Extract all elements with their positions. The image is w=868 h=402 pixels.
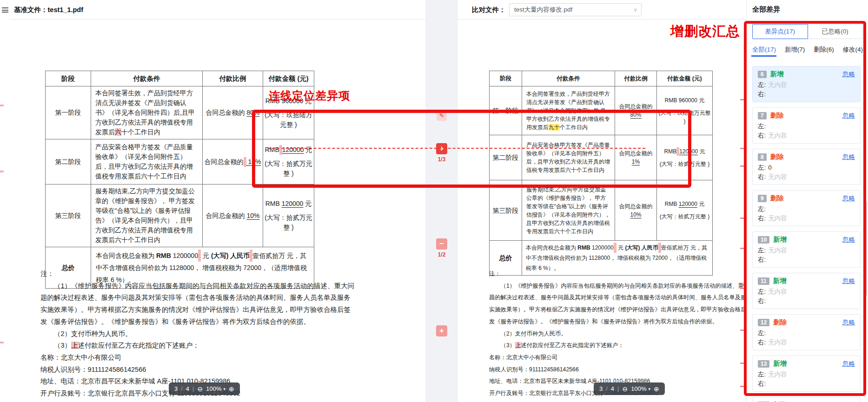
diff-type-label: 新增 xyxy=(773,277,787,285)
add-diff-icon[interactable]: + xyxy=(436,143,447,154)
filter-all[interactable]: 全部(17) xyxy=(752,46,776,54)
deleted-char-highlight: 六 xyxy=(115,128,121,136)
zoom-out-icon[interactable]: ⊖ xyxy=(622,385,628,393)
diff-type-label: 新增 xyxy=(773,235,787,244)
diff-card-line: 左: xyxy=(758,204,855,214)
zoom-level[interactable]: 100% xyxy=(206,385,221,392)
ratio-2-right: 合同总金额的 1% xyxy=(615,135,657,180)
filter-added[interactable]: 新增(7) xyxy=(785,46,805,54)
diff-card[interactable]: 7删除忽略左:右:无内容 xyxy=(752,107,861,144)
sidebar-scrollbar[interactable] xyxy=(864,201,867,296)
col-condition: 付款条件 xyxy=(91,71,203,86)
diff-filters: 全部(17) 新增(7) 删除(6) 修改(4) xyxy=(752,46,863,54)
add-diff-counter: 1/3 xyxy=(425,156,458,163)
diff-type-label: 新增 xyxy=(770,70,784,79)
annotation-connector-label: 连线定位差异项 xyxy=(269,88,350,103)
diff-card-line: 右:无内容 xyxy=(758,131,855,140)
note-3-right: （3）上述付款应付至乙方在此指定的下述账户： xyxy=(489,340,746,352)
diff-card-line: 右: xyxy=(758,297,855,306)
diff-card-line: 右:无内容 xyxy=(758,338,855,347)
filter-deleted[interactable]: 删除(6) xyxy=(814,46,834,54)
sidebar-title: 全部差异 xyxy=(752,5,780,14)
note-3: （3）上述付款应付至乙方在此指定的下述账户： xyxy=(40,340,357,352)
stage-1: 第一阶段 xyxy=(46,86,91,139)
compare-file-select[interactable]: test大量内容修改.pdf ∨ xyxy=(509,3,642,16)
ignore-link[interactable]: 忽略 xyxy=(842,70,855,79)
diff-marker-tick xyxy=(740,288,746,289)
compare-document-pane: 比对文件： test大量内容修改.pdf ∨ 阶段 付款条件 付款比例 付款金额… xyxy=(458,0,746,402)
condition-3-right: 服务期结束,乙方向甲方提交加盖公章的《维护服务报告》， 甲方签发等级在“合格”以… xyxy=(522,180,615,241)
diff-card[interactable]: 6新增忽略左:无内容右: xyxy=(752,66,861,102)
diff-card[interactable]: 10新增忽略左:无内容右: xyxy=(752,231,861,268)
menu-icon[interactable] xyxy=(2,7,8,13)
tab-diff-points[interactable]: 差异点(17) xyxy=(752,24,808,39)
diff-card[interactable]: 11新增忽略左:无内容右: xyxy=(752,273,861,309)
pdf-compare-app: 基准文件：test1_1.pdf 阶段 付款条件 付款比例 付款金额 (元) 第… xyxy=(0,0,868,402)
diff-type-label: 删除 xyxy=(770,194,784,203)
ignore-link[interactable]: 忽略 xyxy=(842,277,855,285)
added-char-highlight: 九 xyxy=(549,124,554,131)
diff-gutter: ✎ + 1/3 − 1/2 + xyxy=(425,0,458,402)
ratio-1-right: 合同总金额的 80% xyxy=(615,86,657,135)
add-diff-icon-2[interactable]: + xyxy=(436,325,447,336)
notes-label: 注： xyxy=(40,268,357,280)
account-name: 名称：北京大中小有限公司 xyxy=(40,352,357,364)
ignore-link[interactable]: 忽略 xyxy=(842,360,855,368)
zoom-caret-icon[interactable]: ▾ xyxy=(223,387,225,391)
diff-type-label: 删除 xyxy=(770,111,784,120)
diff-type-label: 新增 xyxy=(773,359,787,368)
modify-diff-icon[interactable]: ✎ xyxy=(437,111,447,121)
amount-1-right: RMB 960000 元(大写：玖拾陆万元整 ) xyxy=(657,86,713,135)
diff-marker-tick xyxy=(740,330,746,331)
condition-3-left: 服务期结束,乙方向甲方提交加盖公章的《维护服务报告》， 甲方签发等级在“合格”以… xyxy=(91,185,203,247)
condition-2-left: 产品安装合格甲方签发《产品质量验收单》（详见本合同附件五）后，且甲方收到乙方依法… xyxy=(91,139,203,185)
ratio-1-left: 合同总金额的 80% xyxy=(203,86,263,139)
ignore-link[interactable]: 忽略 xyxy=(842,112,855,120)
compare-file-label: 比对文件： xyxy=(472,6,506,14)
ignore-link[interactable]: 忽略 xyxy=(842,318,855,327)
diff-card-line: 左: xyxy=(758,329,855,338)
diff-marker-tick-left xyxy=(0,105,4,106)
ignore-link[interactable]: 忽略 xyxy=(842,194,855,203)
base-file-header: 基准文件：test1_1.pdf xyxy=(9,0,425,20)
base-file-label-text: 基准文件： xyxy=(14,6,48,13)
filter-modified[interactable]: 修改(4) xyxy=(843,46,863,54)
diff-marker-tick xyxy=(740,148,746,149)
diff-card[interactable]: 8删除忽略左:0右:无内容 xyxy=(752,149,861,185)
tab-ignored[interactable]: 已忽略(0) xyxy=(808,24,863,39)
delete-diff-icon[interactable]: − xyxy=(436,238,447,250)
diff-card-line: 右:无内容 xyxy=(758,214,855,223)
zoom-in-icon[interactable]: ⊕ xyxy=(654,385,659,393)
condition-1-left: 本合同签署生效，产品到货经甲方清点无误并签发《产品到货确认书》（详见本合同附件四… xyxy=(91,86,203,139)
diff-type-label: 删除 xyxy=(773,318,787,327)
diff-marker-tick xyxy=(740,386,746,387)
payment-table-right: 阶段 付款条件 付款比例 付款金额 (元) 第一阶段 本合同签署生效，产品到货经… xyxy=(489,71,713,276)
ratio-2-left: 合同总金额的 10% xyxy=(203,139,263,185)
diff-card-line: 左: xyxy=(758,122,855,131)
diff-card[interactable]: 9删除忽略左:右:无内容 xyxy=(752,190,861,226)
zoom-level[interactable]: 100% xyxy=(631,385,646,392)
ignore-link[interactable]: 忽略 xyxy=(842,236,855,244)
zoom-caret-icon[interactable]: ▾ xyxy=(648,387,650,391)
col-ratio: 付款比例 xyxy=(203,71,263,86)
note-1: （1）《维护服务报告》内容应当包括服务期间的与合同相关条款对应的各项服务活动的描… xyxy=(40,280,357,328)
zoom-out-icon[interactable]: ⊖ xyxy=(197,385,203,393)
diff-card[interactable]: 13新增忽略左:无内容右: xyxy=(752,356,861,392)
amount-3-left: RMB 120000 元(大写：拾贰万元整 ) xyxy=(263,185,314,247)
ignore-link[interactable]: 忽略 xyxy=(842,153,855,161)
base-document: 阶段 付款条件 付款比例 付款金额 (元) 第一阶段 本合同签署生效，产品到货经… xyxy=(9,20,425,402)
diff-type-label: 删除 xyxy=(770,152,784,161)
page-toolbar-right: 3 / 4 | ⊖ 100% ▾ ⊕ xyxy=(594,382,665,395)
diff-card-line: 右:无内容 xyxy=(758,172,855,182)
chevron-down-icon: ∨ xyxy=(633,4,637,16)
current-page: 3 xyxy=(599,385,603,392)
diff-card-line: 左:无内容 xyxy=(758,370,855,379)
diff-card[interactable]: 12删除忽略左:右:无内容 xyxy=(752,314,861,350)
diff-card[interactable]: 14新增忽略左:无内容右: xyxy=(752,397,861,402)
diff-number-badge: 10 xyxy=(758,236,769,244)
sidebar-tabs: 差异点(17) 已忽略(0) xyxy=(752,24,863,39)
diff-number-badge: 8 xyxy=(758,153,767,161)
diff-number-badge: 7 xyxy=(758,112,767,119)
zoom-in-icon[interactable]: ⊕ xyxy=(229,385,234,393)
diff-marker-tick xyxy=(740,362,746,364)
